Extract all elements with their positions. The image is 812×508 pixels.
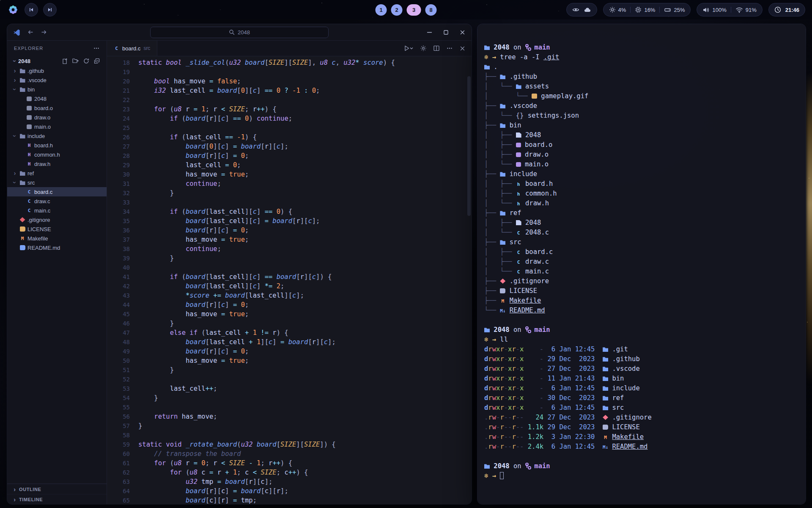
text-token: ]; [328,338,336,346]
split-editor-icon[interactable] [433,45,440,52]
forward-arrow-icon[interactable] [41,29,47,36]
more-actions-icon[interactable] [446,45,453,52]
workspace-2[interactable]: 2 [391,4,403,16]
text-token: w [492,355,496,363]
sidebar-item-Makefile[interactable]: MMakefile [7,234,107,243]
project-root-row[interactable]: › 2048 [7,56,107,66]
sidebar-item-.vscode[interactable]: ›.vscode [7,75,107,85]
folder-icon [18,77,27,83]
text-token: ]; [312,217,320,225]
refresh-icon[interactable] [83,58,89,64]
sidebar-item-.gitignore[interactable]: .gitignore [7,215,107,224]
sidebar-item-bin[interactable]: ›bin [7,85,107,94]
text-token: r [500,355,504,363]
text-token [138,105,154,113]
text-token: -- [504,433,512,441]
text-token: ][ [213,226,221,234]
text-token [505,297,509,304]
terminal-line: ├── .vscode [484,101,798,111]
folder-icon [500,103,505,108]
text-token: .github [608,355,640,363]
close-icon[interactable] [459,29,466,36]
sidebar-item-src[interactable]: ›src [7,178,107,187]
back-arrow-icon[interactable] [27,29,34,36]
terminal-output[interactable]: 2048 on main❄ → tree -a -I .git .├── .gi… [477,24,806,481]
editor-titlebar[interactable]: 2048 [7,24,472,41]
code-text: } [138,254,174,262]
sidebar-item-common.h[interactable]: Hcommon.h [7,150,107,159]
terminal-line: .rw-r--r-- 1.1k 29 Dec 2023 LICENSE [484,422,798,432]
text-token [138,226,186,234]
sidebar-item-README.md[interactable]: README.md [7,243,107,252]
text-token: * [355,59,359,66]
text-token: w [492,365,496,373]
maximize-icon[interactable] [443,29,449,36]
workspace-1[interactable]: 1 [376,4,387,16]
system-stats-widget[interactable]: 4% 16% 25% [603,3,691,17]
editor-scrollbar[interactable] [467,76,471,500]
launcher-button[interactable] [7,3,19,16]
sidebar-item-main.o[interactable]: main.o [7,122,107,131]
text-token: r [512,423,516,431]
media-prev-button[interactable] [25,3,38,17]
timeline-section[interactable]: › TIMELINE [7,494,107,504]
workspace-8[interactable]: 8 [425,4,437,16]
run-code-icon[interactable] [403,45,414,52]
text-token: x [508,384,512,392]
text-token: ) [249,115,257,122]
outline-section[interactable]: › OUTLINE [7,484,107,494]
minimize-icon[interactable] [426,29,433,36]
text-token [595,423,603,431]
audio-network-widget[interactable]: 100% 91% [697,3,762,17]
memory-chip-icon [635,6,642,13]
code-line: 27 board[0][c] = board[r][c]; [107,142,472,151]
collapse-all-icon[interactable] [94,58,100,64]
text-token: 3 Jan 22:30 [543,433,595,441]
sidebar-item-ref[interactable]: ›ref [7,168,107,178]
settings-gear-icon[interactable] [420,45,427,52]
text-token: ( [237,441,241,448]
new-folder-icon[interactable] [72,58,79,64]
branch-icon [525,463,530,469]
text-token: main [530,326,550,334]
sidebar-item-.github[interactable]: ›.github [7,66,107,75]
status-bar: 1238 4% [0,0,812,19]
sidebar-item-include[interactable]: ›include [7,131,107,141]
more-actions-icon[interactable] [93,45,100,52]
chevron-right-icon: › [11,77,18,83]
command-center-search[interactable]: 2048 [150,27,329,38]
terminal-line: drwxr-xr-x - 11 Jan 21:43 bin [484,374,798,384]
text-token: c [253,87,257,94]
close-editor-icon[interactable] [459,45,466,52]
text-token: ] [225,497,233,504]
text-token: ( [225,59,229,66]
sidebar-item-board.c[interactable]: Cboard.c [7,187,107,196]
sidebar-item-board.o[interactable]: board.o [7,103,107,113]
scrollbar-thumb[interactable] [467,76,471,216]
code-editor[interactable]: 18static bool _slide_col(u32 board[SIZE]… [107,56,472,504]
text-token: ][ [304,273,312,281]
sidebar-item-draw.o[interactable]: draw.o [7,113,107,122]
workspace-3[interactable]: 3 [407,4,421,16]
text-token: [ [206,217,209,225]
sidebar-item-main.c[interactable]: Cmain.c [7,206,107,215]
sidebar-item-2048[interactable]: 2048 [7,94,107,103]
code-text: static void _rotate_board(u32 board[SIZE… [138,441,336,448]
text-token: .github [505,73,537,80]
git-icon [603,415,608,420]
line-number: 30 [107,170,138,179]
code-line: 25 [107,123,472,133]
text-token: bin [505,121,521,129]
weather-widget[interactable] [566,3,597,17]
clock-widget[interactable]: 21:46 [768,3,805,17]
sidebar-item-board.h[interactable]: Hboard.h [7,141,107,150]
text-token: {} [516,112,524,119]
sidebar-item-draw.h[interactable]: Hdraw.h [7,159,107,168]
text-token: x [496,384,500,392]
new-file-icon[interactable] [62,58,68,64]
media-next-button[interactable] [43,3,57,17]
tab-board.c[interactable]: C board.c src [107,41,157,56]
text-token: ) { [280,459,292,467]
sidebar-item-LICENSE[interactable]: LICENSE [7,224,107,234]
sidebar-item-draw.c[interactable]: Cdraw.c [7,196,107,206]
